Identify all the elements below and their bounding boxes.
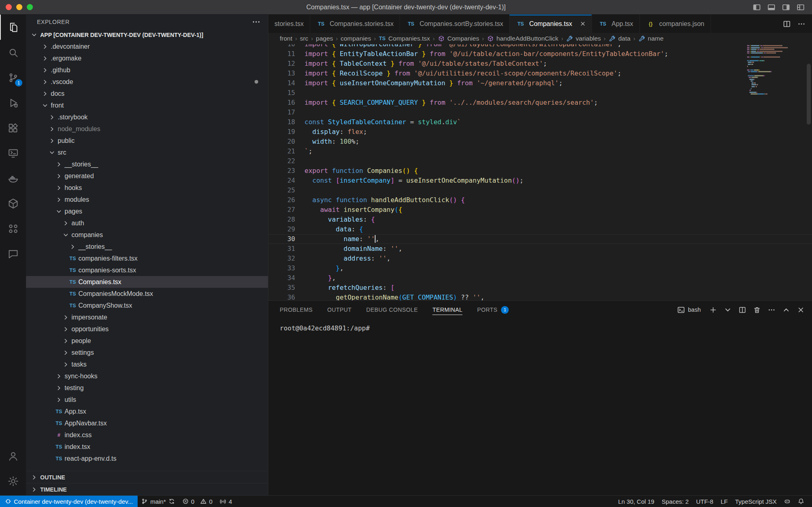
activity-docker[interactable] (0, 166, 26, 191)
activity-remote-explorer[interactable] (0, 140, 26, 166)
eol-indicator[interactable]: LF (717, 496, 732, 507)
tree-folder-.devcontainer[interactable]: .devcontainer (26, 41, 268, 52)
tab-App.tsx[interactable]: TSApp.tsx (592, 15, 639, 33)
breadcrumb-item-name[interactable]: name (638, 35, 664, 42)
remote-indicator[interactable]: Container dev-twenty-dev (dev-twenty-dev… (0, 496, 138, 507)
tree-file-index.css[interactable]: #index.css (26, 429, 268, 441)
activity-source-control[interactable]: 1 (0, 65, 26, 90)
encoding-indicator[interactable]: UTF-8 (692, 496, 717, 507)
tree-file-AppNavbar.tsx[interactable]: TSAppNavbar.tsx (26, 417, 268, 429)
activity-extensions[interactable] (0, 115, 26, 140)
tree-file-Companies.tsx[interactable]: TSCompanies.tsx (26, 276, 268, 288)
tree-folder-utils[interactable]: utils (26, 394, 268, 406)
indentation-indicator[interactable]: Spaces: 2 (658, 496, 693, 507)
code-line-24[interactable]: 24 const [insertCompany] = useInsertOneC… (268, 176, 812, 186)
activity-account[interactable] (0, 443, 26, 468)
tree-folder-front[interactable]: front (26, 99, 268, 111)
tab-companies.json[interactable]: {}companies.json (640, 15, 711, 33)
toggle-secondary-sidebar-icon[interactable] (782, 3, 790, 11)
code-line-35[interactable]: 35 refetchQueries: [ (268, 283, 812, 293)
tree-file-react-app-env.d.ts[interactable]: TSreact-app-env.d.ts (26, 453, 268, 464)
notifications-bell-icon[interactable] (794, 496, 808, 507)
customize-layout-icon[interactable] (797, 3, 805, 11)
copilot-icon[interactable] (780, 496, 794, 507)
tree-folder-__stories__[interactable]: __stories__ (26, 241, 268, 252)
tree-file-companies-sorts.tsx[interactable]: TScompanies-sorts.tsx (26, 264, 268, 276)
zoom-window-button[interactable] (27, 4, 33, 10)
code-line-28[interactable]: 28 variables: { (268, 215, 812, 224)
panel-tab-TERMINAL[interactable]: TERMINAL (432, 301, 462, 319)
activity-dev-containers[interactable] (0, 191, 26, 216)
code-line-13[interactable]: 13import { RecoilScope } from '@/ui/util… (268, 69, 812, 78)
tab-Companies.tsx[interactable]: TSCompanies.tsx (510, 15, 592, 33)
tree-folder-__stories__[interactable]: __stories__ (26, 158, 268, 170)
tree-folder-modules[interactable]: modules (26, 194, 268, 205)
code-line-31[interactable]: 31 domainName: '', (268, 244, 812, 254)
breadcrumb-item-companies[interactable]: companies (341, 35, 371, 42)
tree-folder-auth[interactable]: auth (26, 217, 268, 229)
panel-tab-OUTPUT[interactable]: OUTPUT (327, 301, 352, 319)
code-line-32[interactable]: 32 address: '', (268, 254, 812, 263)
timeline-section[interactable]: TIMELINE (26, 483, 268, 495)
split-editor-icon[interactable] (783, 20, 791, 28)
tree-folder-people[interactable]: people (26, 335, 268, 347)
activity-components[interactable] (0, 216, 26, 241)
branch-indicator[interactable]: main* (138, 496, 178, 507)
tree-folder-tasks[interactable]: tasks (26, 358, 268, 370)
tree-folder-.github[interactable]: .github (26, 64, 268, 76)
code-line-11[interactable]: 11import { EntityTableActionBar } from '… (268, 49, 812, 59)
ports-indicator[interactable]: 4 (216, 496, 235, 507)
tree-folder-src[interactable]: src (26, 147, 268, 158)
language-mode[interactable]: TypeScript JSX (731, 496, 780, 507)
tree-folder-sync-hooks[interactable]: sync-hooks (26, 370, 268, 382)
close-window-button[interactable] (6, 4, 12, 10)
close-panel-icon[interactable] (797, 306, 805, 314)
tree-folder-node_modules[interactable]: node_modules (26, 123, 268, 135)
code-line-33[interactable]: 33 }, (268, 263, 812, 273)
code-line-30[interactable]: 30 name: '', (268, 234, 812, 244)
tree-folder-public[interactable]: public (26, 135, 268, 147)
kill-terminal-icon[interactable] (753, 306, 761, 314)
new-terminal-icon[interactable] (709, 306, 717, 314)
terminal-dropdown-icon[interactable] (724, 306, 732, 314)
terminal[interactable]: root@0a42ecd84891:/app# (268, 319, 812, 495)
tree-folder-testing[interactable]: testing (26, 382, 268, 394)
activity-run-and-debug[interactable] (0, 90, 26, 115)
tree-folder-companies[interactable]: companies (26, 229, 268, 241)
breadcrumb-item-Companies.tsx[interactable]: TSCompanies.tsx (379, 35, 430, 42)
code-line-19[interactable]: 19 display: flex; (268, 127, 812, 137)
tree-file-CompaniesMockMode.tsx[interactable]: TSCompaniesMockMode.tsx (26, 288, 268, 300)
code-line-34[interactable]: 34 }, (268, 273, 812, 283)
more-actions-icon[interactable] (252, 17, 261, 26)
tree-folder-.storybook[interactable]: .storybook (26, 111, 268, 123)
code-line-26[interactable]: 26 async function handleAddButtonClick()… (268, 195, 812, 205)
minimap[interactable] (747, 45, 805, 95)
breadcrumb-item-handleAddButtonClick[interactable]: handleAddButtonClick (487, 35, 559, 42)
code-line-23[interactable]: 23export function Companies() { (268, 166, 812, 176)
code-line-18[interactable]: 18const StyledTableContainer = styled.di… (268, 117, 812, 127)
toggle-panel-icon[interactable] (767, 3, 775, 11)
tree-folder-opportunities[interactable]: opportunities (26, 323, 268, 335)
tree-folder-hooks[interactable]: hooks (26, 182, 268, 194)
activity-explorer[interactable] (0, 15, 26, 40)
code-line-14[interactable]: 14import { useInsertOneCompanyMutation }… (268, 78, 812, 88)
terminal-shell-selector[interactable]: bash (677, 306, 701, 314)
breadcrumb-item-front[interactable]: front (280, 35, 292, 42)
panel-tab-PORTS[interactable]: PORTS1 (477, 301, 509, 319)
tab-Companies.sortBy.stories.tsx[interactable]: TSCompanies.sortBy.stories.tsx (400, 15, 510, 33)
tab-Companies.stories.tsx[interactable]: TSCompanies.stories.tsx (310, 15, 400, 33)
code-line-25[interactable]: 25 (268, 186, 812, 195)
breadcrumb-item-Companies[interactable]: Companies (438, 35, 479, 42)
more-actions-icon[interactable] (797, 20, 806, 28)
tab-stories.tsx[interactable]: stories.tsx (268, 15, 310, 33)
code-line-16[interactable]: 16import { SEARCH_COMPANY_QUERY } from '… (268, 98, 812, 108)
panel-tab-DEBUG CONSOLE[interactable]: DEBUG CONSOLE (366, 301, 418, 319)
close-icon[interactable] (578, 19, 587, 28)
breadcrumb-item-src[interactable]: src (300, 35, 309, 42)
maximize-panel-icon[interactable] (782, 306, 790, 314)
activity-settings[interactable] (0, 468, 26, 494)
toggle-primary-sidebar-icon[interactable] (753, 3, 761, 11)
code-line-10[interactable]: 10import { WithTopBarContainer } from '@… (268, 44, 812, 49)
breadcrumb-item-pages[interactable]: pages (316, 35, 333, 42)
activity-chat[interactable] (0, 241, 26, 266)
